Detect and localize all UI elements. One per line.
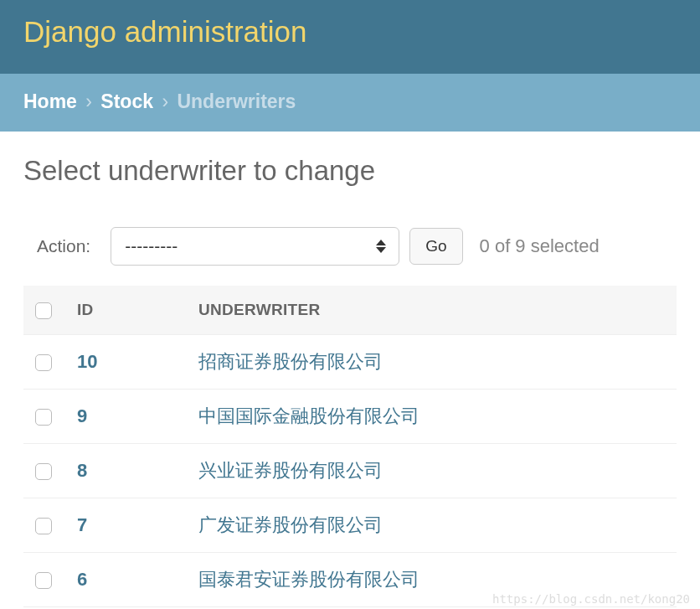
chevron-updown-icon (375, 239, 387, 254)
row-checkbox-cell (23, 444, 65, 498)
row-checkbox-cell (23, 390, 65, 444)
row-id-cell: 8 (65, 444, 187, 498)
action-select-value: --------- (125, 236, 178, 255)
row-id-link[interactable]: 6 (77, 569, 87, 590)
row-checkbox-cell (23, 498, 65, 553)
select-all-checkbox[interactable] (35, 302, 52, 319)
row-underwriter-cell: 广发证券股份有限公司 (187, 498, 677, 553)
row-select-checkbox[interactable] (35, 572, 52, 589)
row-underwriter-cell: 兴业证券股份有限公司 (187, 444, 677, 498)
column-header-id[interactable]: ID (65, 286, 187, 335)
watermark-text: https://blog.csdn.net/kong20 (492, 592, 690, 606)
go-button[interactable]: Go (409, 228, 462, 265)
row-checkbox-cell (23, 553, 65, 607)
site-title: Django administration (23, 15, 700, 49)
action-label: Action: (37, 236, 90, 256)
column-header-select (23, 286, 65, 335)
row-id-link[interactable]: 9 (77, 405, 87, 426)
row-underwriter-cell: 招商证券股份有限公司 (187, 335, 677, 390)
table-row: 7广发证券股份有限公司 (23, 498, 677, 553)
row-select-checkbox[interactable] (35, 354, 52, 371)
row-id-cell: 6 (65, 553, 187, 607)
row-id-cell: 9 (65, 390, 187, 444)
changelist-table: ID UNDERWRITER 10招商证券股份有限公司9中国国际金融股份有限公司… (23, 286, 677, 609)
actions-row: Action: --------- Go 0 of 9 selected (23, 227, 677, 266)
row-underwriter-cell: 中国国际金融股份有限公司 (187, 390, 677, 444)
breadcrumb-current: Underwriters (177, 90, 296, 112)
row-select-checkbox[interactable] (35, 409, 52, 426)
table-row: 10招商证券股份有限公司 (23, 335, 677, 390)
action-select[interactable]: --------- (111, 227, 399, 266)
table-row: 9中国国际金融股份有限公司 (23, 390, 677, 444)
table-header-row: ID UNDERWRITER (23, 286, 677, 335)
row-select-checkbox[interactable] (35, 518, 52, 534)
row-checkbox-cell (23, 335, 65, 390)
content-area: Select underwriter to change Action: ---… (0, 132, 700, 609)
row-id-cell: 10 (65, 335, 187, 390)
breadcrumb: Home › Stock › Underwriters (0, 74, 700, 132)
row-id-link[interactable]: 8 (77, 460, 87, 481)
row-id-link[interactable]: 10 (77, 351, 97, 372)
selection-count: 0 of 9 selected (480, 235, 600, 257)
breadcrumb-home-link[interactable]: Home (23, 90, 77, 112)
breadcrumb-separator: › (158, 90, 172, 112)
row-select-checkbox[interactable] (35, 463, 52, 480)
breadcrumb-separator: › (82, 90, 95, 112)
page-title: Select underwriter to change (23, 155, 677, 187)
column-header-underwriter[interactable]: UNDERWRITER (187, 286, 677, 335)
row-id-link[interactable]: 7 (77, 514, 87, 535)
table-row: 8兴业证券股份有限公司 (23, 444, 677, 498)
admin-header: Django administration (0, 0, 700, 74)
row-id-cell: 7 (65, 498, 187, 553)
breadcrumb-app-link[interactable]: Stock (100, 90, 153, 112)
